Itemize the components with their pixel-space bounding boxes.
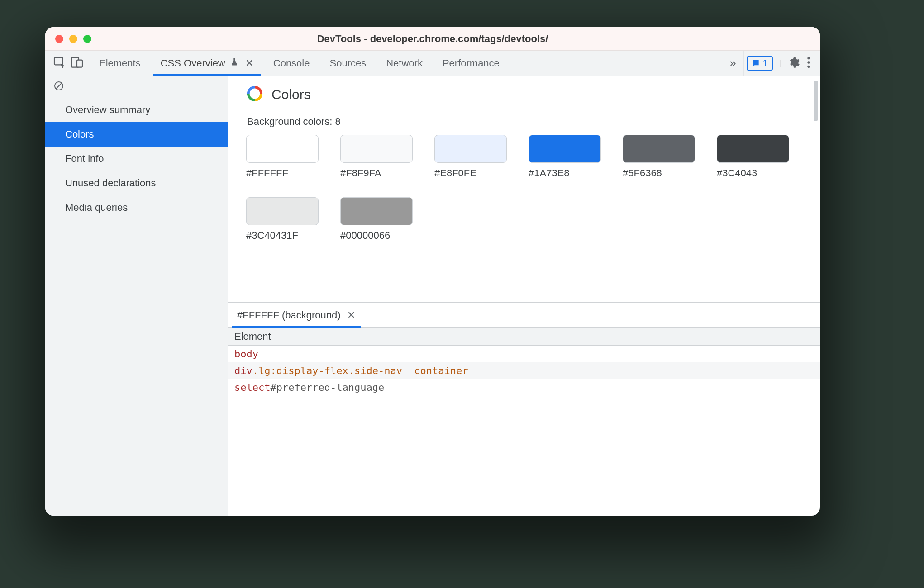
color-swatch[interactable]: #FFFFFF [246, 135, 319, 179]
token: div [234, 365, 252, 376]
svg-point-3 [807, 57, 810, 59]
devtools-window: DevTools - developer.chrome.com/tags/dev… [45, 27, 820, 516]
swatch-chip [623, 135, 695, 163]
more-tabs-button[interactable]: » [722, 51, 743, 76]
section-label: Background colors: 8 [247, 116, 802, 128]
tab-console[interactable]: Console [263, 51, 320, 76]
color-swatch[interactable]: #F8F9FA [340, 135, 413, 179]
tab-network[interactable]: Network [376, 51, 433, 76]
swatch-chip [246, 197, 319, 225]
swatch-chip [340, 197, 413, 225]
window-title: DevTools - developer.chrome.com/tags/dev… [127, 33, 820, 45]
tab-label: Network [386, 57, 423, 69]
tab-label: Performance [443, 57, 500, 69]
top-tab-strip: ElementsCSS Overview✕ConsoleSourcesNetwo… [45, 51, 820, 76]
kebab-menu-icon[interactable] [806, 56, 811, 71]
color-swatch[interactable]: #3C4043 [717, 135, 789, 179]
svg-rect-2 [77, 60, 82, 67]
sidebar-item-font-info[interactable]: Font info [45, 147, 228, 171]
sidebar-item-media-queries[interactable]: Media queries [45, 195, 228, 220]
title-bar: DevTools - developer.chrome.com/tags/dev… [45, 27, 820, 51]
sidebar-item-colors[interactable]: Colors [45, 122, 228, 147]
tab-label: CSS Overview [161, 57, 225, 69]
swatch-label: #1A73E8 [529, 167, 601, 179]
colors-ring-icon [246, 85, 263, 104]
drawer-tab-label: #FFFFFF (background) [237, 309, 341, 321]
tab-sources[interactable]: Sources [319, 51, 376, 76]
swatch-label: #F8F9FA [340, 167, 413, 179]
swatch-chip [529, 135, 601, 163]
experiment-flask-icon [230, 57, 239, 69]
close-window-button[interactable] [55, 35, 63, 43]
svg-point-5 [807, 65, 810, 67]
zoom-window-button[interactable] [83, 35, 91, 43]
color-swatch[interactable]: #3C40431F [246, 197, 319, 242]
sidebar-item-unused-declarations[interactable]: Unused declarations [45, 171, 228, 195]
tab-elements[interactable]: Elements [89, 51, 151, 76]
swatch-label: #5F6368 [623, 167, 695, 179]
swatch-label: #3C4043 [717, 167, 789, 179]
swatch-label: #E8F0FE [434, 167, 507, 179]
close-drawer-tab-icon[interactable]: ✕ [347, 309, 355, 321]
element-row[interactable]: div.lg:display-flex.side-nav__container [228, 362, 820, 379]
swatch-label: #FFFFFF [246, 167, 319, 179]
element-row[interactable]: body [228, 346, 820, 362]
color-swatch[interactable]: #00000066 [340, 197, 413, 242]
drawer-tab[interactable]: #FFFFFF (background) ✕ [228, 303, 364, 327]
swatch-label: #3C40431F [246, 230, 319, 242]
inspect-element-icon[interactable] [52, 55, 67, 71]
tab-label: Sources [329, 57, 366, 69]
swatch-chip [340, 135, 413, 163]
swatch-label: #00000066 [340, 230, 413, 242]
issues-badge[interactable]: 1 [747, 56, 773, 71]
sidebar-item-overview-summary[interactable]: Overview summary [45, 98, 228, 122]
settings-icon[interactable] [787, 56, 800, 71]
panel-title: Colors [271, 87, 311, 102]
elements-drawer: #FFFFFF (background) ✕ Element bodydiv.l… [228, 302, 820, 516]
tab-label: Console [273, 57, 310, 69]
swatch-chip [246, 135, 319, 163]
color-swatch[interactable]: #E8F0FE [434, 135, 507, 179]
token: body [234, 348, 258, 360]
tab-label: Elements [99, 57, 141, 69]
swatch-chip [434, 135, 507, 163]
device-toolbar-icon[interactable] [70, 55, 84, 71]
tab-performance[interactable]: Performance [433, 51, 510, 76]
element-row[interactable]: select#preferred-language [228, 379, 820, 396]
color-swatch[interactable]: #5F6368 [623, 135, 695, 179]
token: #preferred-language [270, 382, 384, 393]
token: select [234, 382, 270, 393]
tab-css-overview[interactable]: CSS Overview✕ [151, 51, 263, 76]
scrollbar-thumb[interactable] [814, 81, 818, 121]
swatch-chip [717, 135, 789, 163]
clear-overview-icon[interactable] [53, 81, 64, 93]
svg-line-7 [56, 83, 62, 89]
token: .lg:display-flex.side-nav__container [252, 365, 468, 376]
window-controls [45, 35, 127, 43]
drawer-column-header: Element [228, 328, 820, 346]
svg-rect-0 [54, 57, 63, 65]
issues-count: 1 [763, 57, 768, 69]
svg-point-4 [807, 61, 810, 63]
color-swatch[interactable]: #1A73E8 [529, 135, 601, 179]
css-overview-sidebar: Overview summaryColorsFont infoUnused de… [45, 76, 228, 516]
close-tab-icon[interactable]: ✕ [243, 57, 253, 69]
minimize-window-button[interactable] [69, 35, 77, 43]
main-panel: Colors Background colors: 8 #FFFFFF#F8F9… [228, 76, 820, 516]
